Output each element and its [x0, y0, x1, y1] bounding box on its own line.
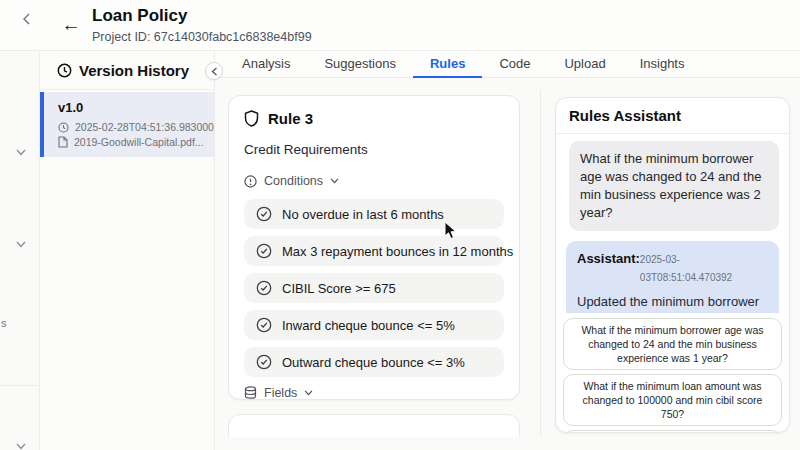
condition-text: No overdue in last 6 months	[282, 207, 444, 222]
conditions-label: Conditions	[264, 174, 323, 188]
collapse-left-strip-icon[interactable]	[22, 13, 31, 25]
clipped-text-fragment: s	[1, 317, 7, 329]
condition-item[interactable]: Inward cheque bounce <= 5%	[244, 310, 504, 340]
file-icon	[58, 136, 68, 148]
fields-label: Fields	[264, 386, 297, 400]
check-circle-icon	[256, 206, 272, 222]
chevron-down-icon	[304, 390, 313, 396]
condition-item[interactable]: Max 3 repayment bounces in 12 months	[244, 236, 504, 266]
shield-icon	[244, 110, 259, 127]
assistant-message-bubble: Assistant: 2025-03-03T08:51:04.470392 Up…	[566, 241, 779, 313]
user-message-bubble: What if the minimum borrower age was cha…	[569, 141, 779, 231]
assistant-header: Rules Assistant	[556, 98, 789, 134]
version-filename: 2019-Goodwill-Capital.pdf...	[74, 136, 204, 148]
version-list-item[interactable]: v1.0 2025-02-28T04:51:36.983000 2019-Goo…	[40, 92, 214, 157]
version-history-title: Version History	[79, 62, 189, 79]
tab-code[interactable]: Code	[482, 51, 547, 78]
suggestion-chip[interactable]: What if the annual sales required was ch…	[563, 430, 782, 433]
condition-text: Outward cheque bounce <= 3%	[282, 355, 465, 370]
condition-item[interactable]: Outward cheque bounce <= 3%	[244, 347, 504, 377]
info-icon	[244, 175, 257, 188]
database-icon	[244, 386, 257, 400]
page-title: Loan Policy	[92, 6, 187, 26]
divider	[540, 90, 541, 437]
condition-item[interactable]: No overdue in last 6 months	[244, 199, 504, 229]
condition-item[interactable]: CIBIL Score >= 675	[244, 273, 504, 303]
assistant-label: Assistant:	[577, 250, 640, 268]
tab-analysis[interactable]: Analysis	[225, 51, 307, 78]
assistant-timestamp: 2025-03-03T08:51:04.470392	[640, 251, 768, 287]
version-timestamp: 2025-02-28T04:51:36.983000	[75, 121, 214, 133]
check-circle-icon	[256, 280, 272, 296]
collapsed-sidebar: s	[0, 51, 40, 450]
chevron-down-icon	[330, 178, 339, 184]
version-history-panel: Version History v1.0 2025-02-28T04:51:36…	[40, 51, 215, 450]
condition-text: CIBIL Score >= 675	[282, 281, 396, 296]
version-history-header: Version History	[40, 51, 214, 90]
tab-insights[interactable]: Insights	[623, 51, 702, 78]
check-circle-icon	[256, 243, 272, 259]
rule-subtitle: Credit Requirements	[244, 142, 504, 157]
assistant-chat-area[interactable]: What if the minimum borrower age was cha…	[556, 134, 789, 313]
version-number: v1.0	[58, 100, 204, 115]
chevron-down-icon[interactable]	[16, 149, 26, 156]
suggestion-chip[interactable]: What if the minimum loan amount was chan…	[563, 374, 782, 426]
chevron-down-icon[interactable]	[16, 443, 26, 450]
assistant-message-text: Updated the minimum borrower age from 21…	[577, 293, 768, 313]
back-button[interactable]: ←	[60, 14, 82, 36]
rule-card-partial	[228, 414, 520, 437]
suggestion-chip[interactable]: What if the minimum borrower age was cha…	[563, 318, 782, 370]
rule-title: Rule 3	[268, 110, 313, 127]
condition-text: Max 3 repayment bounces in 12 months	[282, 244, 513, 259]
divider	[0, 385, 38, 386]
fields-toggle[interactable]: Fields	[244, 386, 504, 400]
rule-card: Rule 3 Credit Requirements Conditions No…	[228, 95, 520, 400]
chevron-down-icon[interactable]	[16, 241, 26, 248]
check-circle-icon	[256, 317, 272, 333]
tab-rules[interactable]: Rules	[413, 51, 482, 78]
tabs-bar: Analysis Suggestions Rules Code Upload I…	[215, 51, 800, 78]
collapse-version-panel-button[interactable]	[205, 62, 223, 80]
rules-assistant-panel: Rules Assistant What if the minimum borr…	[555, 97, 790, 433]
check-circle-icon	[256, 354, 272, 370]
conditions-toggle[interactable]: Conditions	[244, 174, 504, 188]
clock-icon	[57, 63, 72, 78]
tab-suggestions[interactable]: Suggestions	[307, 51, 413, 78]
suggestion-chips: What if the minimum borrower age was cha…	[556, 313, 789, 433]
project-id: Project ID: 67c14030fabc1c6838e4bf99	[92, 30, 312, 44]
tab-upload[interactable]: Upload	[547, 51, 622, 78]
condition-text: Inward cheque bounce <= 5%	[282, 318, 455, 333]
app-header: ← Loan Policy Project ID: 67c14030fabc1c…	[0, 0, 800, 51]
assistant-title: Rules Assistant	[569, 107, 681, 124]
clock-icon	[58, 122, 69, 133]
